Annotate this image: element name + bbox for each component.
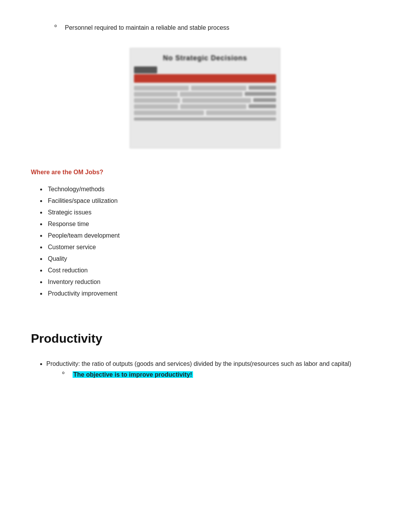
blurred-img-row-3: [134, 98, 276, 103]
productivity-title: Productivity: [31, 329, 379, 348]
om-jobs-item-3: Response time: [46, 219, 379, 229]
blurred-img-cell-sm: [249, 104, 276, 108]
om-jobs-item-8: Inventory reduction: [46, 277, 379, 287]
blurred-img-dark-block: [134, 66, 157, 73]
blurred-img-cell: [180, 92, 242, 97]
productivity-text: Productivity: the ratio of outputs (good…: [46, 360, 351, 367]
blurred-img-cell: [180, 104, 246, 109]
blurred-img-cell: [134, 98, 180, 103]
blurred-img-row-1: [134, 86, 276, 90]
blurred-img-header-bar: [134, 74, 276, 83]
blurred-img-footer: [134, 117, 276, 121]
om-jobs-item-9: Productivity improvement: [46, 289, 379, 298]
blurred-img-cell: [134, 92, 178, 97]
blurred-img-cell: [134, 104, 178, 109]
top-sublist: Personnel required to maintain a reliabl…: [54, 23, 379, 32]
productivity-section: Productivity Productivity: the ratio of …: [31, 329, 379, 379]
blurred-img-cell: [191, 86, 246, 90]
om-jobs-item-2: Strategic issues: [46, 208, 379, 217]
om-jobs-section: Where are the OM Jobs? Technology/method…: [31, 168, 379, 298]
blurred-img-cell: [134, 86, 189, 90]
om-jobs-item-4: People/team development: [46, 231, 379, 240]
productivity-sub-list: The objective is to improve productivity…: [62, 370, 379, 379]
top-sublist-item: Personnel required to maintain a reliabl…: [54, 23, 379, 32]
blurred-img-row-5: [134, 110, 276, 115]
productivity-sub-item: The objective is to improve productivity…: [62, 370, 379, 379]
productivity-highlight: The objective is to improve productivity…: [73, 371, 193, 378]
om-jobs-list: Technology/methods Facilities/space util…: [46, 185, 379, 298]
blurred-img-cell-sm: [253, 98, 276, 102]
blurred-img-row-2: [134, 92, 276, 97]
om-jobs-item-7: Cost reduction: [46, 266, 379, 275]
blurred-img-row-4: [134, 104, 276, 109]
om-jobs-item-5: Customer service: [46, 243, 379, 252]
blurred-image-title: No Strategic Decisions: [130, 48, 280, 66]
productivity-list: Productivity: the ratio of outputs (good…: [46, 359, 379, 379]
om-jobs-heading: Where are the OM Jobs?: [31, 168, 379, 177]
blurred-img-cell: [182, 98, 251, 103]
om-jobs-item-1: Facilities/space utilization: [46, 196, 379, 206]
blurred-image: No Strategic Decisions: [130, 48, 280, 148]
blurred-img-cell-sm: [245, 92, 276, 96]
om-jobs-item-0: Technology/methods: [46, 185, 379, 194]
blurred-img-cell: [206, 110, 276, 115]
om-jobs-item-6: Quality: [46, 254, 379, 263]
productivity-list-item-1: Productivity: the ratio of outputs (good…: [46, 359, 379, 379]
blurred-img-cell-sm: [249, 86, 276, 90]
blurred-img-cell: [134, 110, 204, 115]
blurred-image-container: No Strategic Decisions: [31, 48, 379, 148]
